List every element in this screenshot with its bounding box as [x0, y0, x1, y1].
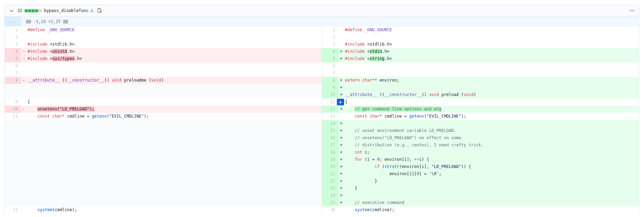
new-line-number[interactable]: 10: [322, 91, 339, 98]
new-line-number[interactable]: 25: [322, 199, 339, 206]
code-token: preloadme (: [122, 78, 151, 83]
new-line-number[interactable]: 1: [322, 26, 339, 34]
diff-sign: -: [23, 78, 27, 83]
file-name-link[interactable]: bypass_disablefunc.c: [44, 8, 93, 13]
code-token: ((: [60, 78, 67, 83]
code-token: getenv: [409, 114, 424, 119]
code-token: if: [375, 164, 379, 169]
add-comment-plus-button[interactable]: +: [337, 99, 344, 105]
new-line-number[interactable]: 18: [322, 149, 339, 156]
code-token: sys/types: [52, 56, 75, 61]
old-side-cell: [5, 185, 322, 192]
code-token: "LD_PRELOAD": [431, 164, 461, 169]
new-line-number[interactable]: 14: [322, 120, 339, 127]
diff-row: 10- unsetenv("LD_PRELOAD");12+ // get co…: [5, 106, 639, 113]
chevron-down-icon[interactable]: [8, 7, 15, 14]
old-side-cell: 9 {: [5, 98, 322, 106]
code-token: // distribution (e.g., centos), I need c…: [355, 143, 483, 147]
new-line-number[interactable]: 15: [322, 127, 339, 134]
new-line-number[interactable]: 9: [322, 84, 339, 91]
new-side-cell: 16+ // unsetenv("LD_PRELOAD") no effect …: [322, 134, 639, 142]
new-side-cell: 6: [322, 62, 639, 70]
new-line-number[interactable]: 7: [322, 70, 339, 77]
diff-sign: +: [340, 200, 345, 205]
code-token: strstr: [384, 164, 399, 169]
new-line-number[interactable]: 6: [322, 62, 339, 70]
diff-sign: -: [23, 56, 27, 61]
old-line-number[interactable]: 11: [5, 113, 21, 120]
new-line-number[interactable]: 5: [322, 55, 339, 62]
code-token: [27, 207, 37, 212]
new-code-line: #define _GNU_SOURCE: [339, 26, 639, 34]
new-code-line: + // executive command: [339, 199, 639, 206]
new-line-number[interactable]: 26: [322, 206, 339, 214]
old-line-number[interactable]: 8: [5, 77, 21, 84]
diffstat-block-added: [28, 9, 31, 12]
old-line-number[interactable]: 3: [5, 41, 21, 48]
new-line-number[interactable]: 20: [322, 163, 339, 170]
new-line-number[interactable]: 16: [322, 134, 339, 142]
code-token: getenv: [92, 114, 106, 119]
new-line-number[interactable]: 3: [322, 41, 339, 48]
diff-row: 14+: [5, 120, 639, 127]
old-line-number: [5, 178, 21, 185]
diff-sign: +: [340, 179, 345, 183]
new-line-number[interactable]: 12: [322, 106, 339, 113]
old-side-cell: 7: [5, 70, 322, 77]
clipboard-copy-icon[interactable]: [96, 7, 103, 14]
old-code-line: [21, 34, 322, 41]
old-line-number[interactable]: 10: [5, 106, 21, 113]
new-side-cell: 9+: [322, 84, 639, 91]
kebab-horizontal-icon[interactable]: [629, 7, 635, 14]
file-header: 22 bypass_disablefunc.c: [5, 5, 639, 17]
new-line-number[interactable]: 4: [322, 48, 339, 55]
new-line-number[interactable]: 2: [322, 34, 339, 41]
new-line-number[interactable]: 23: [322, 185, 339, 192]
code-token: <: [47, 56, 52, 61]
new-line-number[interactable]: 13: [322, 113, 339, 120]
old-line-number[interactable]: 6: [5, 62, 21, 70]
old-line-number[interactable]: 12: [5, 206, 21, 214]
code-token: #include: [27, 56, 47, 61]
code-token: (: [107, 114, 109, 119]
old-code-line: [21, 149, 322, 156]
new-code-line: system(cmdline);: [339, 206, 639, 214]
new-line-number[interactable]: 8: [322, 77, 339, 84]
chevron-down-icon-svg: [9, 8, 14, 13]
expand-hunk-button[interactable]: ...: [5, 17, 21, 26]
code-token: // executive command: [355, 200, 404, 205]
code-token: {: [27, 99, 30, 104]
diff-sign: [340, 63, 345, 68]
new-line-number[interactable]: 24: [322, 192, 339, 199]
old-line-number[interactable]: 5: [5, 55, 21, 62]
diffstat-blocks: [24, 9, 41, 12]
old-side-cell: 3 #include <stdlib.h>: [5, 41, 322, 48]
old-line-number: [5, 192, 21, 199]
diff-row: 5- #include <sys/types.h>5+ #include <st…: [5, 55, 639, 62]
new-line-number[interactable]: 19: [322, 156, 339, 163]
diff-sign: [23, 35, 27, 39]
old-side-cell: [5, 178, 322, 185]
old-line-number: [5, 156, 21, 163]
new-line-number[interactable]: 22: [322, 178, 339, 185]
diff-row: 8- __attribute__ ((__constructor__)) voi…: [5, 77, 639, 84]
old-side-cell: [5, 91, 322, 98]
diff-row: 3 #include <stdlib.h>3 #include <stdlib.…: [5, 41, 639, 48]
code-token: char*: [52, 114, 65, 119]
old-line-number[interactable]: 1: [5, 26, 21, 34]
old-line-number[interactable]: 9: [5, 98, 21, 106]
new-line-number[interactable]: 21: [322, 170, 339, 178]
new-code-line: + if (strstr(environ[i], "LD_PRELOAD")) …: [339, 163, 639, 170]
code-token: system: [355, 207, 369, 212]
diff-row: 15+ // unset environment variable LD_PRE…: [5, 127, 639, 134]
old-code-line: #define _GNU_SOURCE: [21, 26, 322, 34]
new-line-number[interactable]: 17: [322, 142, 339, 149]
old-line-number: [5, 120, 21, 127]
old-line-number[interactable]: 7: [5, 70, 21, 77]
new-line-number[interactable]: 11: [322, 98, 339, 106]
code-token: #include: [345, 49, 365, 54]
old-line-number[interactable]: 2: [5, 34, 21, 41]
code-token: (environ[i],: [399, 164, 431, 169]
old-line-number[interactable]: 4: [5, 48, 21, 55]
code-token: cmdline =: [65, 114, 92, 119]
